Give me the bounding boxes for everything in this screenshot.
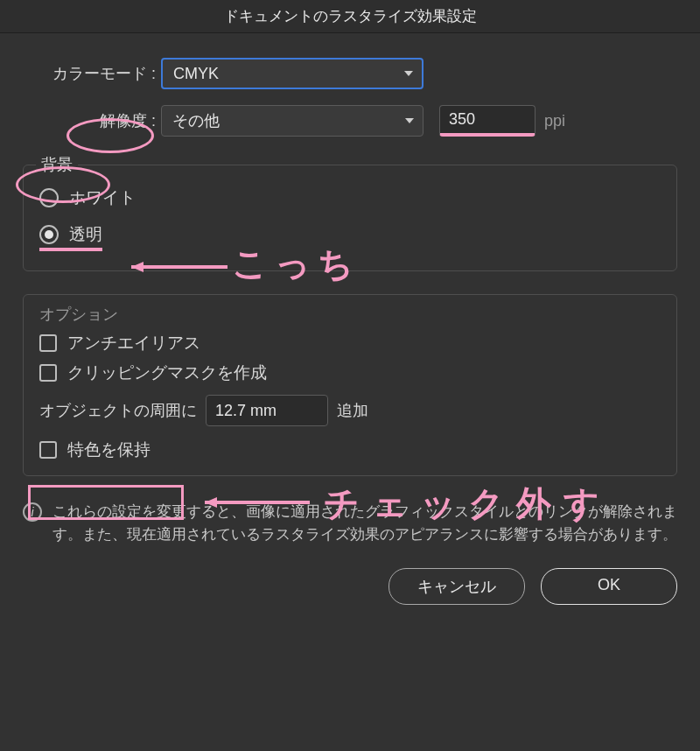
radio-white-label: ホワイト: [69, 186, 136, 209]
checkbox-antialias[interactable]: [39, 334, 57, 352]
resolution-label: 解像度 :: [23, 110, 161, 131]
options-group: オプション アンチエイリアス クリッピングマスクを作成 オブジェクトの周囲に 追…: [23, 294, 677, 476]
offset-value[interactable]: [215, 402, 318, 420]
radio-transparent[interactable]: [39, 225, 59, 244]
offset-input[interactable]: [206, 395, 328, 426]
background-legend: 背景: [36, 154, 78, 175]
info-text: これらの設定を変更すると、画像に適用されたグラフィックスタイルとのリンクが解除さ…: [52, 501, 677, 547]
resolution-value[interactable]: [449, 110, 526, 129]
color-mode-value: CMYK: [173, 65, 219, 83]
checkbox-preserve-spot[interactable]: [39, 441, 57, 459]
radio-white[interactable]: [39, 188, 59, 207]
info-icon: i: [23, 502, 42, 522]
resolution-select-value: その他: [172, 110, 220, 131]
checkbox-clipmask[interactable]: [39, 364, 57, 382]
preserve-spot-label: 特色を保持: [67, 439, 150, 461]
options-title: オプション: [39, 304, 661, 325]
info-message: i これらの設定を変更すると、画像に適用されたグラフィックスタイルとのリンクが解…: [23, 501, 677, 547]
resolution-input[interactable]: [439, 105, 536, 137]
offset-suffix: 追加: [337, 400, 368, 421]
color-mode-select[interactable]: CMYK: [161, 58, 424, 89]
resolution-select[interactable]: その他: [161, 105, 424, 137]
chevron-down-icon: [404, 71, 413, 76]
antialias-label: アンチエイリアス: [67, 332, 200, 354]
chevron-down-icon: [405, 118, 414, 123]
clipmask-label: クリッピングマスクを作成: [67, 361, 267, 384]
radio-transparent-label: 透明: [69, 223, 102, 246]
resolution-unit: ppi: [544, 112, 565, 130]
cancel-button[interactable]: キャンセル: [388, 568, 525, 605]
offset-prefix: オブジェクトの周囲に: [39, 400, 197, 421]
ok-button[interactable]: OK: [541, 568, 677, 605]
background-group: 背景 ホワイト 透明: [23, 165, 677, 271]
color-mode-label: カラーモード :: [23, 63, 161, 84]
dialog-title: ドキュメントのラスタライズ効果設定: [0, 0, 700, 33]
